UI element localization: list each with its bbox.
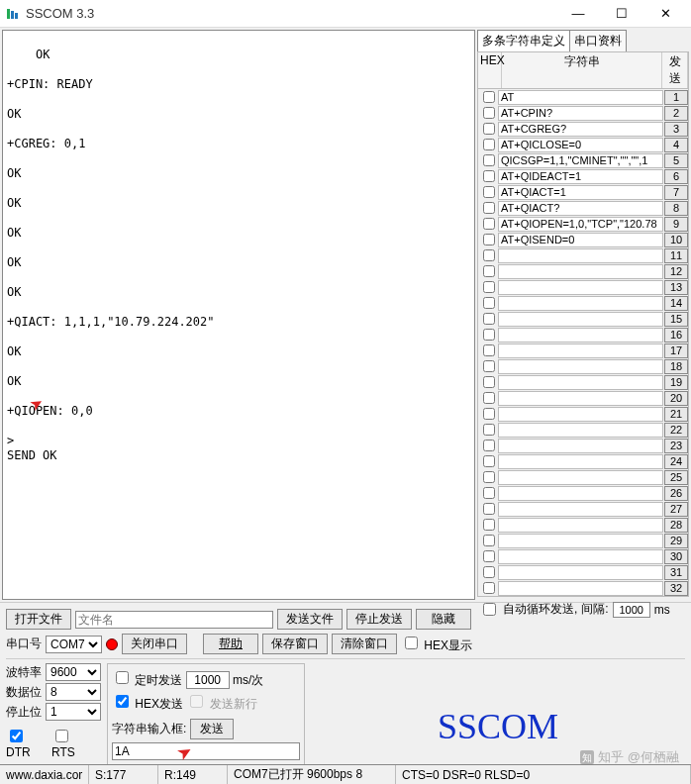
row-hex-checkbox[interactable] (483, 519, 495, 531)
row-send-button[interactable]: 18 (664, 359, 688, 374)
row-hex-checkbox[interactable] (483, 455, 495, 467)
row-send-button[interactable]: 5 (664, 153, 688, 168)
row-string-input[interactable] (498, 534, 663, 548)
row-string-input[interactable]: AT+QIACT=1 (498, 185, 663, 200)
dtr-wrap[interactable]: DTR (6, 727, 44, 759)
row-hex-checkbox[interactable] (483, 487, 495, 499)
row-send-button[interactable]: 26 (664, 486, 688, 501)
row-hex-checkbox[interactable] (483, 154, 495, 166)
minimize-button[interactable]: — (556, 0, 600, 28)
row-string-input[interactable]: AT+CGREG? (498, 122, 663, 137)
console-output[interactable]: OK +CPIN: READY OK +CGREG: 0,1 OK OK OK … (2, 30, 475, 600)
row-send-button[interactable]: 16 (664, 328, 688, 343)
hex-show-checkbox[interactable] (405, 637, 418, 649)
row-send-button[interactable]: 11 (664, 248, 688, 263)
row-string-input[interactable]: AT+QICLOSE=0 (498, 138, 663, 152)
row-hex-checkbox[interactable] (483, 313, 495, 325)
row-hex-checkbox[interactable] (483, 550, 495, 562)
row-send-button[interactable]: 17 (664, 343, 688, 358)
row-send-button[interactable]: 22 (664, 423, 688, 438)
stopbits-select[interactable]: 1 (46, 703, 101, 721)
row-string-input[interactable] (498, 486, 663, 501)
baud-select[interactable]: 9600 (46, 663, 101, 681)
port-select[interactable]: COM7 (46, 636, 102, 653)
row-hex-checkbox[interactable] (483, 265, 495, 277)
row-string-input[interactable] (498, 470, 663, 485)
row-hex-checkbox[interactable] (483, 535, 495, 546)
row-string-input[interactable] (498, 248, 663, 263)
row-string-input[interactable] (498, 296, 663, 311)
hide-button[interactable]: 隐藏 (416, 609, 471, 630)
row-string-input[interactable] (498, 407, 663, 422)
row-send-button[interactable]: 23 (664, 439, 688, 453)
send-file-button[interactable]: 发送文件 (277, 609, 343, 630)
row-hex-checkbox[interactable] (483, 107, 495, 119)
row-string-input[interactable]: AT+QIOPEN=1,0,"TCP","120.78 (498, 217, 663, 232)
save-window-button[interactable]: 保存窗口 (262, 634, 328, 654)
row-string-input[interactable] (498, 454, 663, 469)
row-string-input[interactable] (498, 343, 663, 358)
row-hex-checkbox[interactable] (483, 123, 495, 135)
dtr-checkbox[interactable] (10, 730, 23, 742)
row-string-input[interactable] (498, 549, 663, 564)
row-string-input[interactable] (498, 502, 663, 517)
row-send-button[interactable]: 19 (664, 375, 688, 390)
row-send-button[interactable]: 32 (664, 581, 688, 596)
row-string-input[interactable] (498, 391, 663, 406)
help-button[interactable]: 帮助 (203, 634, 258, 654)
interval-input[interactable] (613, 602, 650, 618)
row-send-button[interactable]: 13 (664, 280, 688, 295)
row-send-button[interactable]: 25 (664, 470, 688, 485)
hex-send-wrap[interactable]: HEX发送 (112, 697, 183, 711)
row-hex-checkbox[interactable] (483, 218, 495, 230)
clear-window-button[interactable]: 清除窗口 (332, 634, 397, 654)
rts-checkbox[interactable] (55, 730, 68, 742)
row-send-button[interactable]: 2 (664, 106, 688, 121)
tab-serial-info[interactable]: 串口资料 (569, 30, 627, 51)
row-string-input[interactable] (498, 565, 663, 580)
row-string-input[interactable] (498, 359, 663, 374)
tab-multistring[interactable]: 多条字符串定义 (477, 30, 570, 51)
row-string-input[interactable]: AT+QIDEACT=1 (498, 169, 663, 184)
row-string-input[interactable] (498, 280, 663, 295)
row-string-input[interactable]: QICSGP=1,1,"CMINET","","",1 (498, 153, 663, 168)
open-file-button[interactable]: 打开文件 (6, 609, 71, 630)
row-hex-checkbox[interactable] (483, 186, 495, 198)
row-hex-checkbox[interactable] (483, 408, 495, 420)
row-send-button[interactable]: 8 (664, 201, 688, 216)
row-string-input[interactable] (498, 439, 663, 453)
row-string-input[interactable] (498, 518, 663, 533)
row-hex-checkbox[interactable] (483, 503, 495, 515)
row-send-button[interactable]: 15 (664, 312, 688, 327)
row-send-button[interactable]: 20 (664, 391, 688, 406)
row-send-button[interactable]: 6 (664, 169, 688, 184)
filename-input[interactable] (75, 611, 273, 629)
timed-send-wrap[interactable]: 定时发送 (112, 673, 182, 687)
row-hex-checkbox[interactable] (483, 329, 495, 341)
row-string-input[interactable] (498, 375, 663, 390)
row-send-button[interactable]: 28 (664, 518, 688, 533)
timed-interval-input[interactable] (186, 671, 230, 689)
row-hex-checkbox[interactable] (483, 234, 495, 245)
row-hex-checkbox[interactable] (483, 392, 495, 404)
row-send-button[interactable]: 10 (664, 233, 688, 247)
row-string-input[interactable]: AT+QIACT? (498, 201, 663, 216)
row-hex-checkbox[interactable] (483, 170, 495, 182)
row-send-button[interactable]: 21 (664, 407, 688, 422)
row-send-button[interactable]: 14 (664, 296, 688, 311)
auto-loop-checkbox[interactable] (483, 603, 496, 616)
row-send-button[interactable]: 1 (664, 90, 688, 105)
row-hex-checkbox[interactable] (483, 360, 495, 372)
close-port-button[interactable]: 关闭串口 (122, 634, 187, 654)
row-send-button[interactable]: 4 (664, 138, 688, 152)
row-send-button[interactable]: 12 (664, 264, 688, 279)
databits-select[interactable]: 8 (46, 683, 101, 701)
row-hex-checkbox[interactable] (483, 471, 495, 483)
row-hex-checkbox[interactable] (483, 440, 495, 451)
close-button[interactable]: ✕ (643, 0, 687, 28)
hex-show-wrap[interactable]: HEX显示 (401, 634, 472, 654)
row-hex-checkbox[interactable] (483, 91, 495, 103)
row-hex-checkbox[interactable] (483, 249, 495, 261)
rts-wrap[interactable]: RTS (51, 727, 89, 759)
row-hex-checkbox[interactable] (483, 582, 495, 594)
